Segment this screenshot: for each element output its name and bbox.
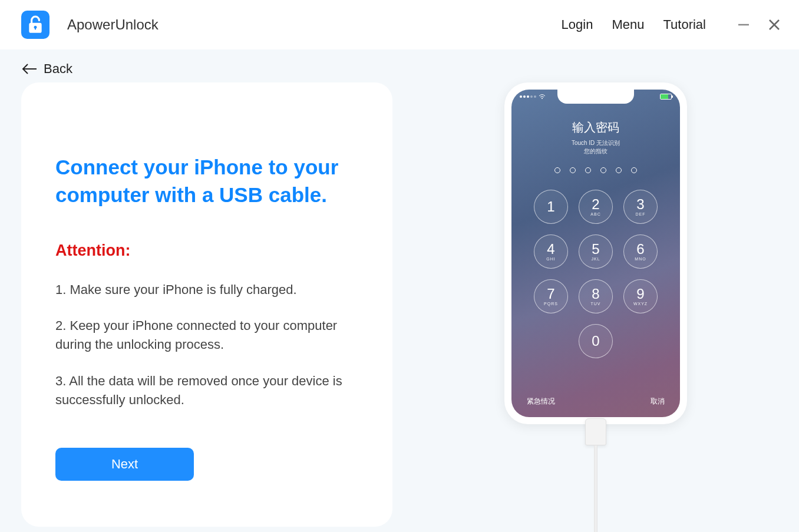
wifi-icon: [539, 94, 546, 100]
content-area: Back Connect your iPhone to your compute…: [0, 49, 799, 532]
key-0: 0: [579, 324, 613, 358]
key-6: 6MNO: [623, 234, 658, 269]
keypad: 1 2ABC 3DEF 4GHI 5JKL 6MNO 7PQRS 8TUV 9W…: [534, 190, 658, 358]
key-8: 8TUV: [579, 279, 613, 313]
signal-icon: [520, 95, 536, 98]
phone-notch: [557, 90, 634, 104]
emergency-label: 紧急情况: [527, 396, 555, 407]
attention-item-3: 3. All the data will be removed once you…: [55, 372, 358, 409]
key-4: 4GHI: [534, 234, 568, 269]
attention-label: Attention:: [55, 242, 358, 260]
back-label: Back: [44, 61, 72, 77]
svg-point-7: [542, 98, 543, 99]
key-1: 1: [534, 190, 568, 224]
menu-link[interactable]: Menu: [612, 17, 644, 32]
phone-bottom-row: 紧急情况 取消: [511, 396, 680, 407]
phone-screen: 输入密码 Touch ID 无法识别 您的指纹 1 2ABC 3DEF 4GHI: [511, 90, 680, 417]
lock-subtitle: Touch ID 无法识别 您的指纹: [572, 139, 620, 156]
svg-rect-2: [35, 27, 36, 29]
titlebar: ApowerUnlock Login Menu Tutorial: [0, 0, 799, 49]
app-title: ApowerUnlock: [67, 16, 159, 33]
key-7: 7PQRS: [534, 279, 568, 313]
key-2: 2ABC: [579, 190, 613, 224]
attention-item-2: 2. Keep your iPhone connected to your co…: [55, 316, 358, 354]
next-button[interactable]: Next: [55, 448, 194, 481]
lock-title: 输入密码: [572, 120, 619, 136]
tutorial-link[interactable]: Tutorial: [663, 17, 706, 32]
key-5: 5JKL: [579, 234, 613, 269]
minimize-button[interactable]: [737, 18, 751, 32]
passcode-dots: [554, 167, 637, 173]
login-link[interactable]: Login: [562, 17, 593, 32]
phone-illustration: 输入密码 Touch ID 无法识别 您的指纹 1 2ABC 3DEF 4GHI: [392, 77, 799, 527]
arrow-left-icon: [21, 63, 38, 75]
back-button[interactable]: Back: [0, 49, 799, 77]
attention-item-1: 1. Make sure your iPhone is fully charge…: [55, 280, 358, 299]
cancel-label: 取消: [651, 396, 665, 407]
app-logo-icon: [21, 11, 49, 39]
phone-frame: 输入密码 Touch ID 无法识别 您的指纹 1 2ABC 3DEF 4GHI: [504, 82, 687, 424]
battery-icon: [660, 94, 672, 100]
instruction-card: Connect your iPhone to your computer wit…: [21, 82, 392, 527]
key-3: 3DEF: [623, 190, 658, 224]
close-button[interactable]: [767, 18, 781, 32]
card-title: Connect your iPhone to your computer wit…: [55, 153, 358, 209]
key-9: 9WXYZ: [623, 279, 658, 313]
usb-cable-icon: [589, 418, 603, 532]
